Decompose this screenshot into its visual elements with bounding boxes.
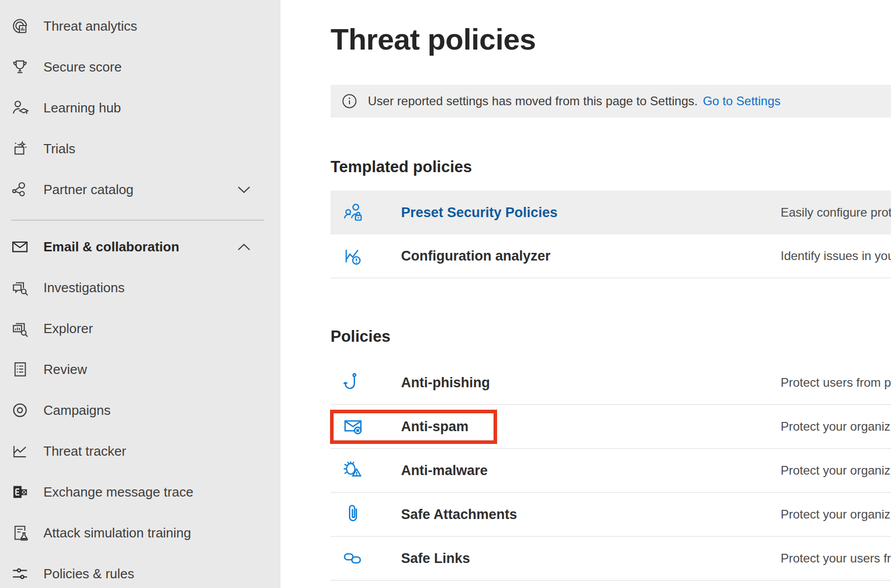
row-anti-phishing[interactable]: Anti-phishing Protect users from p [331, 361, 891, 405]
sidebar-item-label: Exchange message trace [43, 484, 193, 500]
row-description: Protect your organiz [781, 507, 891, 522]
sidebar-item-label: Learning hub [43, 100, 121, 116]
go-to-settings-link[interactable]: Go to Settings [703, 94, 781, 108]
row-label[interactable]: Anti-phishing [401, 375, 781, 391]
sidebar-item-exchange-message-trace[interactable]: Exchange message trace [0, 472, 280, 512]
sidebar-item-threat-tracker[interactable]: Threat tracker [0, 431, 280, 472]
safe-links-icon [342, 547, 365, 570]
row-safe-attachments[interactable]: Safe Attachments Protect your organiz [331, 493, 891, 537]
policies-table: Anti-phishing Protect users from p Anti-… [331, 361, 891, 581]
row-description: Identify issues in you [781, 249, 891, 263]
row-label[interactable]: Anti-spam [401, 419, 781, 435]
sidebar-item-label: Attack simulation training [43, 525, 191, 541]
sidebar-item-label: Review [43, 362, 87, 378]
info-banner: User reported settings has moved from th… [331, 85, 891, 117]
sidebar-item-email-collaboration[interactable]: Email & collaboration [0, 226, 280, 267]
sidebar-item-policies-rules[interactable]: Policies & rules [0, 553, 280, 588]
page-title: Threat policies [331, 22, 891, 56]
sidebar-item-label: Email & collaboration [43, 239, 179, 255]
sidebar-item-label: Policies & rules [43, 566, 134, 582]
explorer-icon [11, 319, 29, 338]
campaigns-icon [11, 401, 29, 419]
sidebar-item-label: Threat tracker [43, 443, 126, 459]
policies-heading: Policies [331, 327, 891, 346]
sidebar-item-explorer[interactable]: Explorer [0, 308, 280, 349]
chevron-up-icon [237, 243, 251, 251]
sidebar-item-trials[interactable]: Trials [0, 128, 280, 169]
row-label[interactable]: Safe Links [401, 551, 781, 567]
preset-security-policies-icon [342, 201, 365, 224]
info-icon [342, 93, 357, 109]
sidebar-item-attack-simulation-training[interactable]: Attack simulation training [0, 512, 280, 553]
row-description: Protect your users fr [781, 551, 891, 566]
sidebar-item-partner-catalog[interactable]: Partner catalog [0, 169, 280, 210]
threat-analytics-icon [11, 17, 29, 35]
row-description: Protect users from p [781, 375, 891, 390]
row-anti-spam[interactable]: Anti-spam Protect your organiz [331, 405, 891, 449]
row-description: Easily configure prot [781, 205, 891, 220]
sidebar-item-review[interactable]: Review [0, 349, 280, 390]
investigations-icon [11, 278, 29, 297]
row-label[interactable]: Safe Attachments [401, 507, 781, 523]
secure-score-icon [11, 58, 29, 76]
row-description: Protect your organiz [781, 419, 891, 434]
sidebar-item-label: Secure score [43, 59, 122, 75]
email-icon [11, 238, 29, 256]
row-safe-links[interactable]: Safe Links Protect your users fr [331, 537, 891, 581]
sidebar-item-campaigns[interactable]: Campaigns [0, 390, 280, 431]
sidebar-item-threat-analytics[interactable]: Threat analytics [0, 6, 280, 46]
sidebar-item-label: Threat analytics [43, 18, 137, 34]
policies-rules-icon [11, 565, 29, 583]
anti-malware-icon [342, 459, 365, 482]
row-anti-malware[interactable]: Anti-malware Protect your organiz [331, 449, 891, 493]
sidebar: Threat analytics Secure score Learning h… [0, 0, 280, 588]
templated-policies-table: Preset Security Policies Easily configur… [331, 191, 891, 278]
learning-hub-icon [11, 99, 29, 117]
row-label[interactable]: Preset Security Policies [401, 205, 781, 221]
row-preset-security-policies[interactable]: Preset Security Policies Easily configur… [331, 191, 891, 234]
trials-icon [11, 139, 29, 158]
templated-policies-heading: Templated policies [331, 157, 891, 176]
sidebar-item-label: Investigations [43, 280, 125, 296]
exchange-icon [11, 483, 29, 501]
row-description: Protect your organiz [781, 463, 891, 478]
configuration-analyzer-icon [342, 245, 365, 267]
anti-phishing-icon [342, 371, 365, 394]
row-label[interactable]: Anti-malware [401, 463, 781, 479]
anti-spam-icon [342, 415, 365, 438]
safe-attachments-icon [342, 503, 365, 526]
main-content: Threat policies User reported settings h… [280, 0, 891, 588]
partner-catalog-icon [11, 180, 29, 199]
sidebar-item-secure-score[interactable]: Secure score [0, 46, 280, 87]
sidebar-item-label: Trials [43, 141, 76, 157]
sidebar-divider [11, 220, 264, 221]
sidebar-item-label: Campaigns [43, 403, 111, 418]
review-icon [11, 360, 29, 379]
sidebar-item-label: Partner catalog [43, 182, 133, 198]
row-label[interactable]: Configuration analyzer [401, 248, 781, 264]
sidebar-item-learning-hub[interactable]: Learning hub [0, 87, 280, 128]
row-configuration-analyzer[interactable]: Configuration analyzer Identify issues i… [331, 234, 891, 278]
chevron-down-icon [237, 185, 251, 194]
sidebar-item-label: Explorer [43, 321, 93, 337]
attack-simulation-icon [11, 524, 29, 542]
sidebar-item-investigations[interactable]: Investigations [0, 267, 280, 308]
threat-tracker-icon [11, 442, 29, 460]
banner-message: User reported settings has moved from th… [368, 94, 698, 108]
